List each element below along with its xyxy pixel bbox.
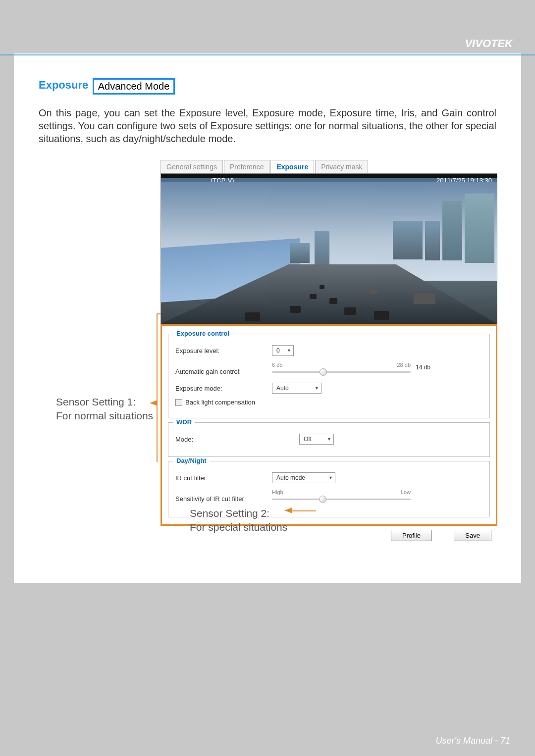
callout-sensor-2-line2: For special situations xyxy=(190,520,287,534)
tab-general[interactable]: General settings xyxy=(160,160,223,173)
exposure-mode-label: Exposure mode: xyxy=(175,385,272,392)
ir-sens-knob[interactable] xyxy=(319,496,326,503)
brand: VIVOTEK xyxy=(465,37,513,50)
callout-line-1 xyxy=(157,313,158,462)
page-footer: User's Manual - 71 xyxy=(436,736,511,746)
exposure-mode-select[interactable]: Auto ▼ xyxy=(272,383,321,394)
tabs: General settings Preference Exposure Pri… xyxy=(160,160,497,173)
header-divider xyxy=(0,54,535,55)
ir-sens-slider[interactable]: High Low xyxy=(272,492,411,505)
callout-sensor-2-line1: Sensor Setting 2: xyxy=(190,506,287,520)
settings-ui-panel: General settings Preference Exposure Pri… xyxy=(160,160,497,541)
agc-value: 14 db xyxy=(416,364,430,371)
camera-preview: (TCP-V) 2011/7/25 19:13:30 xyxy=(160,173,497,324)
callout-line-1b xyxy=(157,313,160,314)
agc-max-label: 28 db xyxy=(397,362,411,368)
save-button[interactable]: Save xyxy=(454,530,491,541)
sensor-setting-1-box: Exposure control Exposure level: 0 ▼ Aut… xyxy=(160,324,497,526)
exposure-level-label: Exposure level: xyxy=(175,347,272,354)
wdr-fieldset: WDR Mode: Off ▼ xyxy=(168,422,490,457)
agc-slider[interactable]: 6 db 28 db 14 db xyxy=(272,365,411,378)
callout-sensor-1: Sensor Setting 1: For normal situations xyxy=(56,395,153,423)
exposure-control-fieldset: Exposure control Exposure level: 0 ▼ Aut… xyxy=(168,334,490,418)
callout-sensor-2: Sensor Setting 2: For special situations xyxy=(190,506,287,535)
exposure-mode-value: Auto xyxy=(276,385,289,392)
wdr-mode-label: Mode: xyxy=(175,436,299,443)
ircut-label: IR cut filter: xyxy=(175,474,272,482)
callout-sensor-1-line1: Sensor Setting 1: xyxy=(56,395,153,409)
advanced-mode-badge: Advanced Mode xyxy=(93,78,175,95)
callout-sensor-1-line2: For normal situations xyxy=(56,409,153,423)
ircut-value: Auto mode xyxy=(276,474,305,481)
chevron-down-icon: ▼ xyxy=(315,386,319,391)
tab-exposure[interactable]: Exposure xyxy=(270,160,314,173)
wdr-mode-select[interactable]: Off ▼ xyxy=(299,434,334,445)
tab-preference[interactable]: Preference xyxy=(224,160,269,173)
wdr-legend: WDR xyxy=(173,418,195,426)
chevron-down-icon: ▼ xyxy=(328,475,333,480)
ircut-select[interactable]: Auto mode ▼ xyxy=(272,472,335,483)
blc-checkbox[interactable] xyxy=(175,399,182,406)
blc-label: Back light compensation xyxy=(185,399,255,406)
daynight-legend: Day/Night xyxy=(173,457,210,464)
agc-label: Automatic gain control: xyxy=(175,361,272,375)
tab-privacy[interactable]: Privacy mask xyxy=(315,160,368,173)
exposure-level-value: 0 xyxy=(276,347,280,354)
callout-line-2 xyxy=(291,510,316,511)
wdr-mode-value: Off xyxy=(304,436,312,443)
intro-paragraph: On this page, you can set the Exposure l… xyxy=(39,106,496,145)
section-title: Exposure xyxy=(39,79,88,92)
exposure-level-select[interactable]: 0 ▼ xyxy=(272,345,294,356)
profile-button[interactable]: Profile xyxy=(391,530,432,541)
ir-sens-high-label: High xyxy=(272,489,283,495)
chevron-down-icon: ▼ xyxy=(327,437,331,442)
agc-min-label: 6 db xyxy=(272,362,282,368)
ir-sens-low-label: Low xyxy=(401,489,411,495)
chevron-down-icon: ▼ xyxy=(287,348,291,353)
exposure-legend: Exposure control xyxy=(173,330,232,337)
agc-knob[interactable] xyxy=(320,368,327,376)
ir-sens-label: Sensitivity of IR cut filter: xyxy=(175,488,272,503)
